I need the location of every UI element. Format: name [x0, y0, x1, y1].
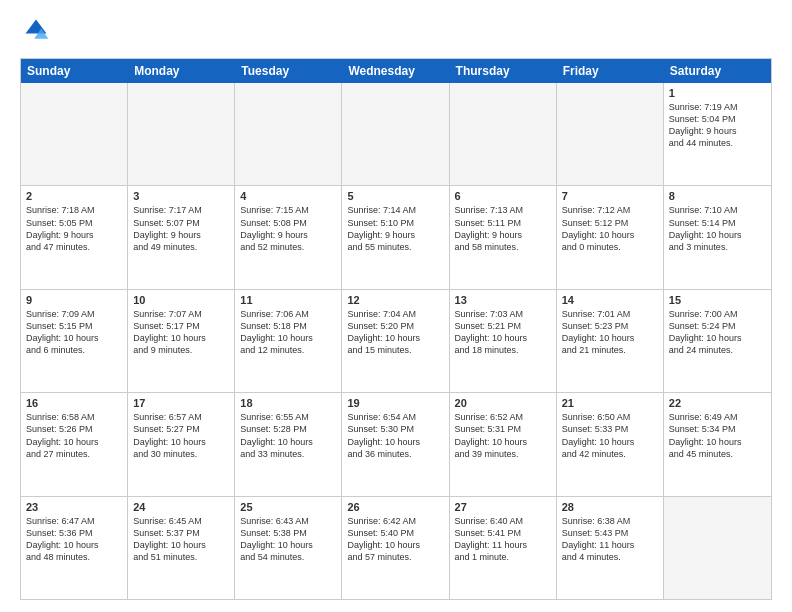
calendar-cell: 28Sunrise: 6:38 AM Sunset: 5:43 PM Dayli…	[557, 497, 664, 599]
cell-info: Sunrise: 6:38 AM Sunset: 5:43 PM Dayligh…	[562, 515, 658, 564]
day-number: 5	[347, 190, 443, 202]
calendar-row: 2Sunrise: 7:18 AM Sunset: 5:05 PM Daylig…	[21, 186, 771, 289]
calendar-cell: 3Sunrise: 7:17 AM Sunset: 5:07 PM Daylig…	[128, 186, 235, 288]
calendar-cell: 15Sunrise: 7:00 AM Sunset: 5:24 PM Dayli…	[664, 290, 771, 392]
cell-info: Sunrise: 6:40 AM Sunset: 5:41 PM Dayligh…	[455, 515, 551, 564]
calendar-header: SundayMondayTuesdayWednesdayThursdayFrid…	[21, 59, 771, 83]
calendar-cell	[342, 83, 449, 185]
calendar-row: 1Sunrise: 7:19 AM Sunset: 5:04 PM Daylig…	[21, 83, 771, 186]
calendar-cell	[557, 83, 664, 185]
cell-info: Sunrise: 7:10 AM Sunset: 5:14 PM Dayligh…	[669, 204, 766, 253]
calendar-cell: 10Sunrise: 7:07 AM Sunset: 5:17 PM Dayli…	[128, 290, 235, 392]
cell-info: Sunrise: 6:58 AM Sunset: 5:26 PM Dayligh…	[26, 411, 122, 460]
day-number: 23	[26, 501, 122, 513]
calendar-cell: 5Sunrise: 7:14 AM Sunset: 5:10 PM Daylig…	[342, 186, 449, 288]
calendar-cell: 17Sunrise: 6:57 AM Sunset: 5:27 PM Dayli…	[128, 393, 235, 495]
day-number: 10	[133, 294, 229, 306]
day-number: 25	[240, 501, 336, 513]
calendar-cell: 4Sunrise: 7:15 AM Sunset: 5:08 PM Daylig…	[235, 186, 342, 288]
cell-info: Sunrise: 6:43 AM Sunset: 5:38 PM Dayligh…	[240, 515, 336, 564]
logo	[20, 16, 52, 48]
calendar-cell: 7Sunrise: 7:12 AM Sunset: 5:12 PM Daylig…	[557, 186, 664, 288]
header-cell-saturday: Saturday	[664, 59, 771, 83]
cell-info: Sunrise: 7:15 AM Sunset: 5:08 PM Dayligh…	[240, 204, 336, 253]
day-number: 11	[240, 294, 336, 306]
cell-info: Sunrise: 7:13 AM Sunset: 5:11 PM Dayligh…	[455, 204, 551, 253]
cell-info: Sunrise: 7:07 AM Sunset: 5:17 PM Dayligh…	[133, 308, 229, 357]
calendar-cell: 27Sunrise: 6:40 AM Sunset: 5:41 PM Dayli…	[450, 497, 557, 599]
calendar-cell: 24Sunrise: 6:45 AM Sunset: 5:37 PM Dayli…	[128, 497, 235, 599]
calendar-cell: 20Sunrise: 6:52 AM Sunset: 5:31 PM Dayli…	[450, 393, 557, 495]
calendar-cell	[450, 83, 557, 185]
day-number: 3	[133, 190, 229, 202]
day-number: 22	[669, 397, 766, 409]
calendar-row: 9Sunrise: 7:09 AM Sunset: 5:15 PM Daylig…	[21, 290, 771, 393]
day-number: 19	[347, 397, 443, 409]
calendar-cell: 2Sunrise: 7:18 AM Sunset: 5:05 PM Daylig…	[21, 186, 128, 288]
calendar-cell	[664, 497, 771, 599]
calendar-cell: 9Sunrise: 7:09 AM Sunset: 5:15 PM Daylig…	[21, 290, 128, 392]
cell-info: Sunrise: 7:12 AM Sunset: 5:12 PM Dayligh…	[562, 204, 658, 253]
cell-info: Sunrise: 6:55 AM Sunset: 5:28 PM Dayligh…	[240, 411, 336, 460]
calendar-cell: 14Sunrise: 7:01 AM Sunset: 5:23 PM Dayli…	[557, 290, 664, 392]
cell-info: Sunrise: 6:52 AM Sunset: 5:31 PM Dayligh…	[455, 411, 551, 460]
header-cell-thursday: Thursday	[450, 59, 557, 83]
cell-info: Sunrise: 7:19 AM Sunset: 5:04 PM Dayligh…	[669, 101, 766, 150]
calendar-cell: 13Sunrise: 7:03 AM Sunset: 5:21 PM Dayli…	[450, 290, 557, 392]
calendar-cell	[21, 83, 128, 185]
day-number: 1	[669, 87, 766, 99]
day-number: 16	[26, 397, 122, 409]
day-number: 15	[669, 294, 766, 306]
cell-info: Sunrise: 7:06 AM Sunset: 5:18 PM Dayligh…	[240, 308, 336, 357]
calendar-cell	[235, 83, 342, 185]
calendar-cell: 11Sunrise: 7:06 AM Sunset: 5:18 PM Dayli…	[235, 290, 342, 392]
calendar-cell: 8Sunrise: 7:10 AM Sunset: 5:14 PM Daylig…	[664, 186, 771, 288]
header-cell-wednesday: Wednesday	[342, 59, 449, 83]
calendar-cell: 26Sunrise: 6:42 AM Sunset: 5:40 PM Dayli…	[342, 497, 449, 599]
day-number: 18	[240, 397, 336, 409]
header-cell-tuesday: Tuesday	[235, 59, 342, 83]
calendar-row: 16Sunrise: 6:58 AM Sunset: 5:26 PM Dayli…	[21, 393, 771, 496]
cell-info: Sunrise: 7:17 AM Sunset: 5:07 PM Dayligh…	[133, 204, 229, 253]
calendar-cell: 12Sunrise: 7:04 AM Sunset: 5:20 PM Dayli…	[342, 290, 449, 392]
day-number: 4	[240, 190, 336, 202]
cell-info: Sunrise: 6:47 AM Sunset: 5:36 PM Dayligh…	[26, 515, 122, 564]
page: SundayMondayTuesdayWednesdayThursdayFrid…	[0, 0, 792, 612]
day-number: 27	[455, 501, 551, 513]
logo-icon	[22, 16, 50, 44]
calendar-row: 23Sunrise: 6:47 AM Sunset: 5:36 PM Dayli…	[21, 497, 771, 599]
cell-info: Sunrise: 6:54 AM Sunset: 5:30 PM Dayligh…	[347, 411, 443, 460]
day-number: 8	[669, 190, 766, 202]
day-number: 6	[455, 190, 551, 202]
cell-info: Sunrise: 7:00 AM Sunset: 5:24 PM Dayligh…	[669, 308, 766, 357]
day-number: 2	[26, 190, 122, 202]
calendar-cell: 22Sunrise: 6:49 AM Sunset: 5:34 PM Dayli…	[664, 393, 771, 495]
day-number: 12	[347, 294, 443, 306]
calendar-cell: 6Sunrise: 7:13 AM Sunset: 5:11 PM Daylig…	[450, 186, 557, 288]
cell-info: Sunrise: 7:09 AM Sunset: 5:15 PM Dayligh…	[26, 308, 122, 357]
calendar-body: 1Sunrise: 7:19 AM Sunset: 5:04 PM Daylig…	[21, 83, 771, 599]
calendar-cell	[128, 83, 235, 185]
cell-info: Sunrise: 6:57 AM Sunset: 5:27 PM Dayligh…	[133, 411, 229, 460]
cell-info: Sunrise: 7:14 AM Sunset: 5:10 PM Dayligh…	[347, 204, 443, 253]
cell-info: Sunrise: 6:42 AM Sunset: 5:40 PM Dayligh…	[347, 515, 443, 564]
day-number: 26	[347, 501, 443, 513]
calendar-cell: 23Sunrise: 6:47 AM Sunset: 5:36 PM Dayli…	[21, 497, 128, 599]
calendar: SundayMondayTuesdayWednesdayThursdayFrid…	[20, 58, 772, 600]
calendar-cell: 16Sunrise: 6:58 AM Sunset: 5:26 PM Dayli…	[21, 393, 128, 495]
calendar-cell: 25Sunrise: 6:43 AM Sunset: 5:38 PM Dayli…	[235, 497, 342, 599]
day-number: 20	[455, 397, 551, 409]
day-number: 7	[562, 190, 658, 202]
cell-info: Sunrise: 7:03 AM Sunset: 5:21 PM Dayligh…	[455, 308, 551, 357]
cell-info: Sunrise: 7:18 AM Sunset: 5:05 PM Dayligh…	[26, 204, 122, 253]
calendar-cell: 1Sunrise: 7:19 AM Sunset: 5:04 PM Daylig…	[664, 83, 771, 185]
calendar-cell: 18Sunrise: 6:55 AM Sunset: 5:28 PM Dayli…	[235, 393, 342, 495]
day-number: 28	[562, 501, 658, 513]
cell-info: Sunrise: 7:04 AM Sunset: 5:20 PM Dayligh…	[347, 308, 443, 357]
day-number: 24	[133, 501, 229, 513]
cell-info: Sunrise: 7:01 AM Sunset: 5:23 PM Dayligh…	[562, 308, 658, 357]
header-cell-friday: Friday	[557, 59, 664, 83]
header	[20, 16, 772, 48]
cell-info: Sunrise: 6:50 AM Sunset: 5:33 PM Dayligh…	[562, 411, 658, 460]
calendar-cell: 21Sunrise: 6:50 AM Sunset: 5:33 PM Dayli…	[557, 393, 664, 495]
